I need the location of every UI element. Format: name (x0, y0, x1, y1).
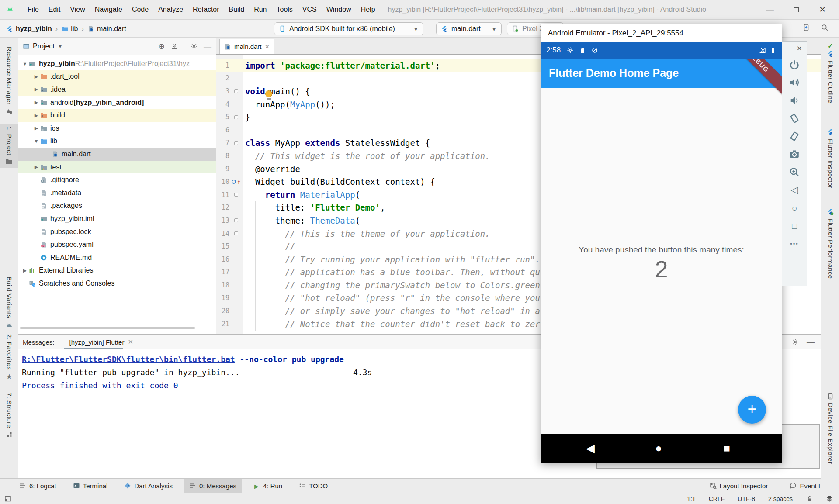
tree-expand-arrow[interactable]: ▶ (32, 113, 40, 118)
emulator-rotate-right-button[interactable] (789, 131, 800, 142)
hide-panel-icon[interactable]: — (204, 42, 211, 50)
tree-expand-arrow[interactable]: ▼ (21, 61, 29, 66)
tree-expand-arrow[interactable]: ▶ (32, 74, 40, 79)
menu-refactor[interactable]: Refactor (188, 4, 224, 15)
menu-build[interactable]: Build (224, 4, 250, 15)
tree-item-android[interactable]: ▶android [hyzp_yibin_android] (18, 96, 216, 109)
device-selector[interactable]: Android SDK built for x86 (mobile) ▼ (274, 22, 423, 35)
project-panel-title[interactable]: Project (33, 42, 55, 50)
restore-window-icon[interactable] (783, 2, 809, 17)
menu-code[interactable]: Code (127, 4, 153, 15)
hide-panel-icon[interactable]: — (807, 338, 815, 346)
emulator-more-button[interactable]: ••• (789, 238, 800, 249)
tree-item-main-dart[interactable]: main.dart (18, 148, 216, 161)
toolwindow-button-dart-analysis[interactable]: Dart Analysis (119, 479, 178, 493)
lightbulb-icon[interactable] (265, 90, 273, 100)
menu-analyze[interactable]: Analyze (153, 4, 188, 15)
tree-item-pubspec-yaml[interactable]: YMLpubspec.yaml (18, 238, 216, 251)
menu-vcs[interactable]: VCS (298, 4, 322, 15)
toolwindow-button-todo[interactable]: TODO (294, 479, 333, 493)
sidebar-tab-flutter-performance[interactable]: Flutter Performance (821, 208, 839, 279)
sidebar-tab-flutter-inspector[interactable]: Flutter Inspector (821, 129, 839, 188)
toolwindow-button-0-messages[interactable]: 0: Messages (184, 479, 242, 493)
tree-item--dart_tool[interactable]: ▶.dart_tool (18, 70, 216, 83)
tree-expand-arrow[interactable]: ▶ (21, 268, 29, 273)
tree-expand-arrow[interactable]: ▶ (32, 164, 40, 170)
breadcrumb-hyzp_yibin[interactable]: hyzp_yibin (6, 25, 52, 33)
fab-increment-button[interactable]: + (738, 396, 766, 424)
sidebar-tab-1-project[interactable]: 1: Project (0, 124, 18, 168)
run-config-selector[interactable]: main.dart ▼ (436, 22, 502, 35)
emulator-home-button[interactable]: ○ (789, 203, 800, 213)
tree-item--packages[interactable]: .packages (18, 200, 216, 213)
minimize-window-icon[interactable]: — (757, 2, 783, 17)
fold-marker-icon[interactable] (234, 218, 238, 222)
fold-marker-icon[interactable] (234, 231, 238, 235)
menu-tools[interactable]: Tools (271, 4, 297, 15)
tab-main-dart[interactable]: main.dart ✕ (219, 39, 274, 54)
chevron-down-icon[interactable]: ▼ (58, 43, 63, 49)
search-icon[interactable] (821, 24, 829, 31)
sidebar-tab-7-structure[interactable]: 7: Structure (0, 390, 18, 441)
tree-item-pubspec-lock[interactable]: pubspec.lock (18, 225, 216, 238)
sidebar-tab-2-favorites[interactable]: 2: Favorites★ (0, 331, 18, 383)
toolwindow-button-4-run[interactable]: ▶4: Run (248, 479, 288, 493)
emulator-zoom-in-button[interactable] (789, 167, 800, 177)
gear-icon[interactable] (792, 338, 799, 345)
menu-run[interactable]: Run (249, 4, 271, 15)
messages-tab-flutter[interactable]: [hyzp_yibin] Flutter ✕ (67, 335, 136, 349)
fold-marker-icon[interactable] (234, 141, 238, 145)
locate-icon[interactable]: ⊕ (158, 42, 165, 50)
nav-home-button[interactable]: ● (648, 434, 669, 463)
tree-expand-arrow[interactable]: ▶ (32, 86, 40, 92)
gear-icon[interactable] (191, 43, 198, 50)
tree-item-build[interactable]: ▶build (18, 109, 216, 122)
status-item-crlf[interactable]: CRLF (709, 495, 725, 502)
emulator-volume-up-button[interactable] (789, 77, 800, 88)
tree-item-Scratches-and-Consoles[interactable]: Scratches and Consoles (18, 277, 216, 290)
toolwindow-button-terminal[interactable]: Terminal (68, 479, 113, 493)
status-item-2-spaces[interactable]: 2 spaces (768, 495, 793, 502)
breadcrumb-main-dart[interactable]: main.dart (87, 25, 126, 33)
tree-item-test[interactable]: ▶test (18, 161, 216, 174)
emulator-minimize-icon[interactable]: – (787, 45, 790, 52)
sidebar-tab-resource-manager[interactable]: Resource Manager (0, 44, 18, 117)
tree-item--metadata[interactable]: .metadata (18, 186, 216, 200)
emulator-power-button[interactable] (789, 59, 800, 70)
status-item-utf-8[interactable]: UTF-8 (738, 495, 755, 502)
menu-file[interactable]: File (23, 4, 44, 15)
face-icon[interactable] (826, 495, 833, 502)
toolwindow-button-layout-inspector[interactable]: Layout Inspector (704, 479, 773, 493)
nav-recents-button[interactable]: ■ (716, 434, 737, 463)
status-item-1-1[interactable]: 1:1 (687, 495, 695, 502)
menu-edit[interactable]: Edit (44, 4, 66, 15)
tree-item-External-Libraries[interactable]: ▶External Libraries (18, 264, 216, 277)
sdk-phone-icon[interactable] (802, 24, 810, 31)
emulator-close-icon[interactable]: ✕ (797, 45, 802, 52)
tree-item-ios[interactable]: ▶ios (18, 122, 216, 135)
emulator-camera-button[interactable] (789, 149, 800, 159)
toolwindow-button-6-logcat[interactable]: 6: Logcat (14, 479, 62, 493)
fold-marker-icon[interactable] (234, 193, 238, 197)
emulator-back-button[interactable]: ◁ (789, 185, 800, 195)
close-window-icon[interactable]: ✕ (809, 2, 836, 17)
emulator-rotate-left-button[interactable] (789, 113, 800, 124)
nav-back-button[interactable]: ◀ (580, 434, 601, 463)
tree-expand-arrow[interactable]: ▶ (32, 100, 40, 105)
tool-window-toggle-icon[interactable] (4, 495, 11, 502)
tree-expand-arrow[interactable]: ▼ (32, 138, 40, 144)
emulator-overview-button[interactable]: □ (789, 221, 800, 231)
emulator-volume-down-button[interactable] (789, 95, 800, 106)
tree-item-lib[interactable]: ▼lib (18, 135, 216, 148)
tree-item-hyzp_yibin-iml[interactable]: hyzp_yibin.iml (18, 212, 216, 225)
close-tab-icon[interactable]: ✕ (265, 43, 270, 50)
menu-view[interactable]: View (65, 4, 90, 15)
menu-help[interactable]: Help (356, 4, 380, 15)
close-tab-icon[interactable]: ✕ (128, 338, 133, 346)
override-marker-icon[interactable] (232, 180, 236, 184)
sidebar-tab-build-variants[interactable]: Build Variants (0, 274, 18, 331)
sidebar-tab-flutter-outline[interactable]: Flutter Outline (821, 50, 839, 104)
tree-item--gitignore[interactable]: .gitignore (18, 173, 216, 186)
tree-item-hyzp_yibin[interactable]: ▼hyzp_yibin R:\FlutterProject\FlutterPro… (18, 57, 216, 70)
horizontal-scrollbar[interactable] (20, 327, 195, 329)
